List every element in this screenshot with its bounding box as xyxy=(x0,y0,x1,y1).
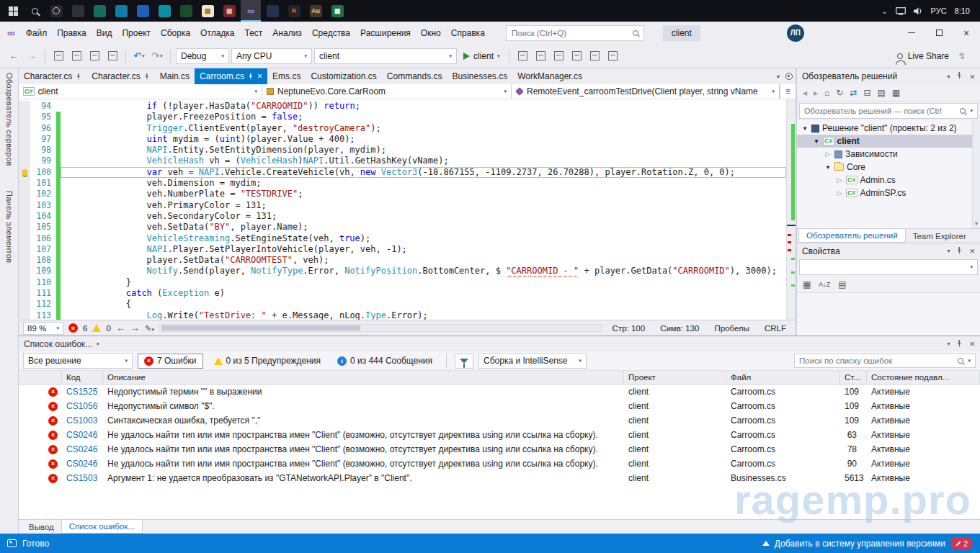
line-endings[interactable]: CRLF xyxy=(760,324,791,333)
code-line[interactable]: 102 veh.NumberPlate = "TESTDRIVE"; xyxy=(19,189,786,199)
toolbar-icon[interactable] xyxy=(533,48,549,64)
pencil-icon[interactable]: ✎▾ xyxy=(145,323,154,333)
error-code[interactable]: CS0246 xyxy=(62,444,103,454)
type-dropdown[interactable]: NeptuneEvo.Core.CarRoom▾ xyxy=(262,84,512,99)
error-row[interactable]: ×CS1003Синтаксическая ошибка, требуется … xyxy=(19,413,980,428)
tray-chevron-icon[interactable]: ⌄ xyxy=(881,7,887,15)
code-line[interactable]: 107 NAPI.Player.SetPlayerIntoVehicle(pla… xyxy=(19,244,786,255)
menu-item[interactable]: Сборка xyxy=(156,24,195,42)
editor-tab[interactable]: Character.cs xyxy=(86,68,154,84)
pin-icon[interactable] xyxy=(956,339,963,349)
error-row[interactable]: ×CS1503Аргумент 1: не удается преобразов… xyxy=(19,471,980,485)
taskbar-app-icon[interactable] xyxy=(68,0,88,22)
code-line[interactable]: 108 player.SetData("CARROOMTEST", veh); xyxy=(19,255,786,266)
menu-item[interactable]: Справка xyxy=(446,24,490,42)
platform-dropdown[interactable]: Any CPU▾ xyxy=(231,48,312,64)
home-icon[interactable]: ⌂ xyxy=(824,88,829,98)
error-row[interactable]: ×CS0246Не удалось найти тип или имя прос… xyxy=(19,428,980,442)
editor-tab[interactable]: Customization.cs xyxy=(306,68,381,84)
tree-item[interactable]: ▾Решение "client" (проекты: 2 из 2) xyxy=(797,122,980,135)
code-line[interactable]: 105 veh.SetData("BY", player.Name); xyxy=(19,222,786,233)
error-row[interactable]: ×CS0246Не удалось найти тип или имя прос… xyxy=(19,442,980,457)
column-project[interactable]: Проект xyxy=(624,371,726,384)
account-label[interactable]: client xyxy=(663,25,700,41)
menu-item[interactable]: Файл xyxy=(21,24,53,42)
close-icon[interactable]: × xyxy=(257,72,262,81)
new-file-icon[interactable] xyxy=(50,48,66,64)
taskbar-app-icon[interactable] xyxy=(111,0,131,22)
start-debugging-button[interactable]: client ▾ xyxy=(459,48,504,64)
code-line[interactable]: 94 if (!player.HasData("CARROOMID")) ret… xyxy=(19,101,786,112)
pin-icon[interactable] xyxy=(956,246,963,256)
tab-team-explorer[interactable]: Team Explorer xyxy=(906,229,974,243)
taskbar-app-icon[interactable] xyxy=(133,0,153,22)
tree-item[interactable]: ▷C#Admin.cs xyxy=(797,174,980,186)
editor-tab[interactable]: Ems.cs xyxy=(267,68,306,84)
taskbar-app-icon[interactable]: Au xyxy=(306,0,326,22)
chevron-down-icon[interactable]: ▾ xyxy=(947,341,950,347)
horizontal-scrollbar[interactable] xyxy=(159,324,602,332)
chevron-collapsed-icon[interactable]: ▷ xyxy=(836,189,843,197)
chevron-down-icon[interactable]: ▾ xyxy=(947,73,950,80)
menu-item[interactable]: Тест xyxy=(240,24,268,42)
member-dropdown[interactable]: RemoteEvent_carroomTestDrive(Client play… xyxy=(512,84,780,99)
project-dropdown[interactable]: C# client▾ xyxy=(19,84,262,99)
property-pages-icon[interactable]: ▤ xyxy=(838,279,846,289)
editor-tab[interactable]: Carroom.cs× xyxy=(195,68,267,84)
code-line[interactable]: 104 veh.SecondaryColor = 131; xyxy=(19,211,786,222)
menu-item[interactable]: Средства xyxy=(307,24,355,42)
toolbar-icon[interactable] xyxy=(605,48,621,64)
code-line[interactable]: 97 uint mydim = (uint)(player.Value + 40… xyxy=(19,134,786,145)
menu-item[interactable]: Проект xyxy=(117,24,156,42)
code-line[interactable]: 111 catch (Exception e) xyxy=(19,288,786,299)
redo-icon[interactable]: ↷▾ xyxy=(149,48,165,64)
start-button[interactable] xyxy=(3,0,23,22)
refresh-icon[interactable]: ↻ xyxy=(836,88,843,98)
error-code[interactable]: CS1525 xyxy=(62,387,103,397)
chevron-collapsed-icon[interactable]: ▷ xyxy=(824,150,832,158)
tab-solution-explorer[interactable]: Обозреватель решений xyxy=(798,229,906,243)
errors-filter-button[interactable]: × 7 Ошибки xyxy=(138,354,203,369)
column-suppression[interactable]: Состояние подавл... xyxy=(867,371,980,384)
code-line[interactable]: 106 VehicleStreaming.SetEngineState(veh,… xyxy=(19,233,786,244)
code-line[interactable]: 109 Notify.Send(player, NotifyType.Error… xyxy=(19,266,786,276)
solution-search-box[interactable]: Обозреватель решений — поиск (Ctrl ▾ xyxy=(799,103,978,119)
menu-item[interactable]: Правка xyxy=(52,24,92,42)
editor-tab[interactable]: Businesses.cs xyxy=(447,68,513,84)
tree-scrollbar[interactable]: ▾ xyxy=(972,120,980,228)
column-file[interactable]: Файл xyxy=(726,371,840,384)
taskbar-app-icon[interactable] xyxy=(176,0,196,22)
code-line[interactable]: 113 Log.Write("TestDrive: " + e.Message,… xyxy=(19,310,786,320)
taskbar-app-icon[interactable] xyxy=(89,0,110,22)
minimize-button[interactable] xyxy=(898,22,925,44)
indent-mode[interactable]: Пробелы xyxy=(709,324,754,333)
error-code[interactable]: CS1503 xyxy=(62,473,103,483)
menu-item[interactable]: Анализ xyxy=(267,24,307,42)
open-file-icon[interactable] xyxy=(68,48,84,64)
code-line[interactable]: 112 { xyxy=(19,299,786,310)
menu-item[interactable]: Расширения xyxy=(355,24,416,42)
navigate-forward-icon[interactable]: → xyxy=(130,323,140,333)
error-row[interactable]: ×CS0246Не удалось найти тип или имя прос… xyxy=(19,457,980,471)
close-icon[interactable]: × xyxy=(969,71,975,82)
alphabetical-icon[interactable]: A↓Z xyxy=(818,280,831,289)
taskbar-app-icon[interactable]: R xyxy=(284,0,304,22)
gear-icon[interactable] xyxy=(785,73,793,80)
menu-item[interactable]: Отладка xyxy=(195,24,239,42)
column-line[interactable]: Ст... xyxy=(840,371,867,384)
toolbar-icon[interactable] xyxy=(569,48,585,64)
show-all-files-icon[interactable]: ▤ xyxy=(878,88,886,98)
tree-item[interactable]: ▷Зависимости xyxy=(797,148,980,161)
pending-changes-badge[interactable]: 2 xyxy=(950,537,973,549)
taskbar-app-icon[interactable] xyxy=(46,0,66,22)
taskbar-app-icon[interactable] xyxy=(154,0,174,22)
error-row[interactable]: ×CS1056Недопустимый символ "$".clientCar… xyxy=(19,399,980,413)
save-all-icon[interactable] xyxy=(104,48,120,64)
editor-tab[interactable]: Commands.cs xyxy=(382,68,447,84)
save-icon[interactable] xyxy=(86,48,102,64)
error-count-icon[interactable]: × xyxy=(68,323,78,333)
scope-dropdown[interactable]: Все решение▾ xyxy=(23,353,133,369)
sync-with-active-document-icon[interactable]: ⇄ xyxy=(850,88,857,98)
server-explorer-tab[interactable]: Обозреватель серверов xyxy=(5,73,14,166)
configuration-dropdown[interactable]: Debug▾ xyxy=(176,48,229,64)
